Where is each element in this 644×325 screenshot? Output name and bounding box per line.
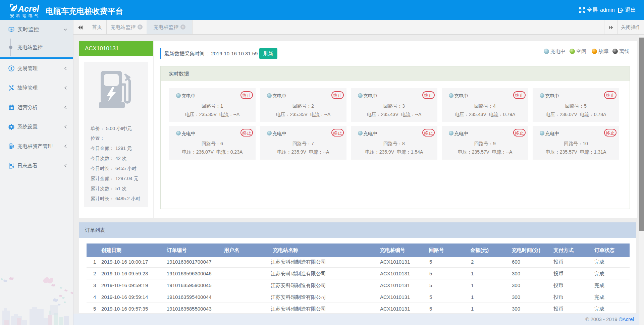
svg-text:Acrel: Acrel [18, 4, 40, 13]
svg-text:安科瑞电气: 安科瑞电气 [10, 13, 41, 18]
